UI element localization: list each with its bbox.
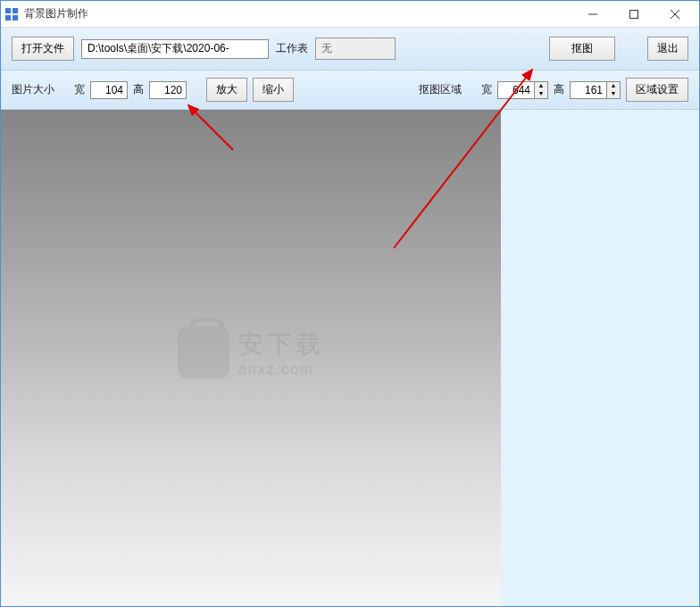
cutout-button[interactable]: 抠图 [549, 37, 615, 61]
watermark-bag-icon [178, 327, 229, 378]
cutout-area-label: 抠图区域 [419, 82, 462, 97]
main-window: 背景图片制作 打开文件 工作表 无 抠图 退出 图片大小 宽 高 放大 缩小 [0, 0, 700, 607]
worksheet-select-value: 无 [321, 42, 332, 54]
app-icon [4, 7, 19, 21]
cutout-width-input[interactable] [497, 81, 535, 99]
svg-rect-3 [12, 15, 18, 21]
content-area: 安下载 anxz.com [1, 110, 699, 606]
width-label: 宽 [74, 82, 85, 97]
cutout-width-down[interactable]: ▼ [535, 90, 547, 98]
zoom-out-button[interactable]: 缩小 [253, 78, 294, 102]
cutout-height-input[interactable] [570, 81, 607, 99]
close-button[interactable] [654, 1, 696, 28]
window-title: 背景图片制作 [24, 6, 88, 21]
watermark: 安下载 anxz.com [178, 327, 324, 378]
area-settings-button[interactable]: 区域设置 [626, 78, 688, 102]
height-input[interactable] [149, 81, 187, 99]
file-path-input[interactable] [81, 39, 269, 59]
watermark-en: anxz.com [238, 362, 324, 378]
toolbar-secondary: 图片大小 宽 高 放大 缩小 抠图区域 宽 ▲ ▼ 高 ▲ ▼ 区域设置 [1, 71, 699, 110]
minimize-button[interactable] [572, 1, 613, 28]
svg-rect-0 [5, 8, 11, 13]
side-area [501, 110, 699, 606]
cutout-height-down[interactable]: ▼ [607, 90, 620, 98]
width-input[interactable] [90, 81, 128, 99]
cutout-height-label: 高 [554, 82, 564, 97]
image-size-label: 图片大小 [12, 82, 54, 97]
exit-button[interactable]: 退出 [647, 37, 688, 61]
svg-rect-5 [630, 10, 638, 18]
cutout-width-up[interactable]: ▲ [535, 82, 547, 90]
cutout-width-label: 宽 [481, 82, 492, 97]
zoom-in-button[interactable]: 放大 [206, 78, 247, 102]
cutout-height-up[interactable]: ▲ [607, 82, 620, 90]
worksheet-select[interactable]: 无 [315, 37, 396, 60]
canvas-area[interactable]: 安下载 anxz.com [1, 110, 501, 606]
watermark-cn: 安下载 [238, 328, 324, 362]
titlebar: 背景图片制作 [1, 1, 699, 28]
height-label: 高 [133, 82, 144, 97]
svg-rect-1 [12, 8, 18, 13]
worksheet-label: 工作表 [276, 41, 308, 56]
toolbar-primary: 打开文件 工作表 无 抠图 退出 [1, 28, 699, 71]
open-file-button[interactable]: 打开文件 [12, 37, 74, 61]
svg-rect-2 [5, 15, 11, 21]
maximize-button[interactable] [613, 1, 654, 28]
